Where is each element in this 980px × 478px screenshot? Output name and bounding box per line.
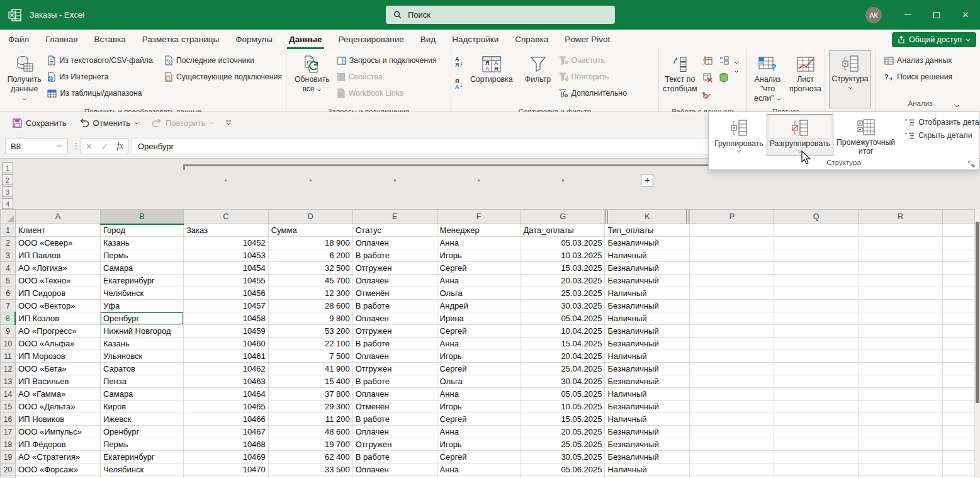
save-button[interactable]: Сохранить xyxy=(8,116,72,130)
select-all-corner[interactable] xyxy=(1,210,16,224)
cell-empty[interactable] xyxy=(859,413,943,426)
cell-empty[interactable] xyxy=(774,224,859,237)
row-header-2[interactable]: 2 xyxy=(1,237,16,249)
cell-empty[interactable] xyxy=(774,476,859,478)
cell-D6[interactable]: 12 300 xyxy=(268,287,352,300)
cell-empty[interactable] xyxy=(859,312,943,325)
cell-K4[interactable]: Безналичный xyxy=(605,262,690,275)
cell-K14[interactable]: Наличный xyxy=(605,388,690,401)
row-header-8[interactable]: 8 xyxy=(1,312,16,325)
cell-empty[interactable] xyxy=(690,476,774,478)
cell-D16[interactable]: 11 200 xyxy=(268,413,352,426)
outline-level-3-button[interactable]: 3 xyxy=(2,186,13,197)
cell-empty[interactable] xyxy=(690,375,774,388)
cell-D2[interactable]: 18 900 xyxy=(268,237,352,249)
cell-empty[interactable] xyxy=(690,224,774,237)
row-header-18[interactable]: 18 xyxy=(1,438,16,451)
text-to-columns-button[interactable]: Текст постолбцам xyxy=(662,52,699,106)
cell-K17[interactable]: Безналичный xyxy=(605,426,690,438)
cell-A17[interactable]: ООО «Импульс» xyxy=(15,426,100,438)
cell-A14[interactable]: АО «Гамма» xyxy=(15,388,100,401)
cell-B9[interactable]: Нижний Новгород xyxy=(100,325,183,338)
cell-A21[interactable] xyxy=(15,476,100,478)
cell-E19[interactable]: В работе xyxy=(352,451,437,464)
cell-K13[interactable]: Безналичный xyxy=(605,375,690,388)
cell-C14[interactable]: 10464 xyxy=(183,388,268,401)
cell-D13[interactable]: 15 400 xyxy=(268,375,352,388)
tab-вид[interactable]: Вид xyxy=(412,30,444,49)
cell-empty[interactable] xyxy=(774,350,859,363)
row-header-21[interactable]: 21 xyxy=(1,476,16,478)
cell-D20[interactable]: 33 500 xyxy=(268,464,352,476)
cell-empty[interactable] xyxy=(942,438,974,451)
cell-G11[interactable]: 20.04.2025 xyxy=(521,350,605,363)
cell-F2[interactable]: Анна xyxy=(437,237,521,249)
cell-empty[interactable] xyxy=(942,363,974,375)
cell-B13[interactable]: Пенза xyxy=(100,375,183,388)
cell-empty[interactable] xyxy=(859,350,943,363)
vertical-scrollbar[interactable] xyxy=(975,209,980,478)
cell-F17[interactable]: Анна xyxy=(437,426,521,438)
cell-C10[interactable]: 10460 xyxy=(183,338,268,350)
cell-F7[interactable]: Андрей xyxy=(437,300,521,312)
cell-E17[interactable]: Оплачен xyxy=(352,426,437,438)
cell-empty[interactable] xyxy=(774,300,859,312)
cell-empty[interactable] xyxy=(859,338,943,350)
cell-K16[interactable]: Наличный xyxy=(605,413,690,426)
show-detail-button[interactable]: Отобразить детали xyxy=(904,118,980,127)
cell-D9[interactable]: 53 200 xyxy=(268,325,352,338)
cell-G4[interactable]: 15.03.2025 xyxy=(521,262,605,275)
cell-empty[interactable] xyxy=(859,451,943,464)
cell-empty[interactable] xyxy=(859,375,943,388)
cell-E4[interactable]: Отгружен xyxy=(352,262,437,275)
cell-C13[interactable]: 10463 xyxy=(183,375,268,388)
cell-empty[interactable] xyxy=(942,312,974,325)
cell-F5[interactable]: Анна xyxy=(437,275,521,287)
cell-K10[interactable]: Безналичный xyxy=(605,338,690,350)
cell-D4[interactable]: 32 500 xyxy=(268,262,352,275)
cell-empty[interactable] xyxy=(859,438,943,451)
cell-G5[interactable]: 20.03.2025 xyxy=(521,275,605,287)
cell-C3[interactable]: 10453 xyxy=(183,249,268,262)
cell-F10[interactable]: Анна xyxy=(437,338,521,350)
cell-G2[interactable]: 05.03.2025 xyxy=(521,237,605,249)
cell-empty[interactable] xyxy=(942,262,974,275)
cell-empty[interactable] xyxy=(942,338,974,350)
cell-empty[interactable] xyxy=(774,237,859,249)
tab-файл[interactable]: Файл xyxy=(0,30,37,49)
cell-C17[interactable]: 10467 xyxy=(183,426,268,438)
cell-K8[interactable]: Наличный xyxy=(605,312,690,325)
cell-empty[interactable] xyxy=(942,224,974,237)
data-model-icon[interactable] xyxy=(718,71,730,84)
cell-empty[interactable] xyxy=(942,375,974,388)
cell-C21[interactable] xyxy=(183,476,268,478)
tab-рецензирование[interactable]: Рецензирование xyxy=(330,30,412,49)
dialog-launcher-icon[interactable] xyxy=(968,161,975,168)
column-header-A[interactable]: A xyxy=(15,210,100,224)
cell-D1[interactable]: Сумма xyxy=(268,224,352,237)
cell-C20[interactable]: 10470 xyxy=(183,464,268,476)
cell-B4[interactable]: Самара xyxy=(100,262,183,275)
cell-D18[interactable]: 19 700 xyxy=(268,438,352,451)
sort-descending-button[interactable]: ЯА↓ xyxy=(455,79,463,90)
cell-F21[interactable] xyxy=(437,476,521,478)
cell-empty[interactable] xyxy=(690,237,774,249)
cell-B14[interactable]: Самара xyxy=(100,388,183,401)
cell-G15[interactable]: 10.05.2025 xyxy=(521,401,605,413)
chevron-down-icon[interactable] xyxy=(734,70,739,73)
cell-A15[interactable]: ООО «Дельта» xyxy=(15,401,100,413)
cell-A9[interactable]: АО «Прогресс» xyxy=(15,325,100,338)
group-button[interactable]: Группировать xyxy=(711,114,767,156)
cell-E11[interactable]: Оплачен xyxy=(352,350,437,363)
cell-empty[interactable] xyxy=(942,464,974,476)
cell-F6[interactable]: Ольга xyxy=(437,287,521,300)
cell-C4[interactable]: 10454 xyxy=(183,262,268,275)
cell-empty[interactable] xyxy=(859,300,943,312)
cell-B16[interactable]: Ижевск xyxy=(100,413,183,426)
tab-надстройки[interactable]: Надстройки xyxy=(444,30,507,49)
cell-G19[interactable]: 30.05.2025 xyxy=(521,451,605,464)
cell-B12[interactable]: Саратов xyxy=(100,363,183,375)
cell-empty[interactable] xyxy=(859,237,943,249)
cell-B17[interactable]: Оренбург xyxy=(100,426,183,438)
cell-empty[interactable] xyxy=(774,338,859,350)
